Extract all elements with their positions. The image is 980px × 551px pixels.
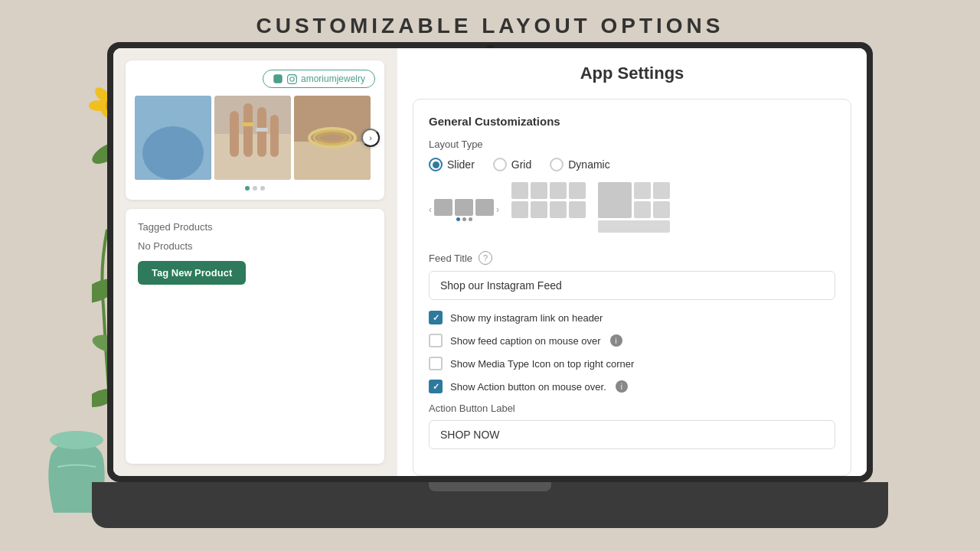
grid-cell-7 [550, 201, 567, 218]
feed-title-input[interactable] [429, 271, 835, 300]
dyn-sm-1 [634, 182, 651, 199]
grid-cell-6 [531, 201, 547, 218]
instagram-icon [287, 74, 297, 84]
dyn-wide [598, 220, 670, 233]
slider-left-arrow: ‹ [429, 204, 432, 215]
svg-rect-36 [256, 128, 268, 132]
checkbox-instagram-link-label: Show my instagram link on header [450, 312, 603, 324]
ig-handle-badge[interactable]: amoriumjewelry [263, 70, 375, 88]
page-title: CUSTOMIZABLE LAYOUT OPTIONS [256, 14, 724, 38]
dyn-sm-4 [653, 201, 670, 218]
settings-title: App Settings [413, 64, 851, 83]
grid-cell-1 [511, 182, 528, 199]
slider-dots [434, 217, 494, 221]
checkbox-caption-box[interactable] [429, 334, 443, 347]
laptop-screen: amoriumjewelry [107, 42, 873, 482]
svg-point-28 [135, 132, 211, 155]
checkbox-media-type-box[interactable] [429, 357, 443, 370]
radio-label-grid: Grid [511, 158, 531, 171]
checkbox-action-btn: Show Action button on mouse over. i [429, 380, 835, 393]
ig-photo-1 [135, 96, 211, 180]
grid-cell-8 [569, 201, 586, 218]
slider-preview: ‹ [429, 182, 499, 237]
laptop-base [92, 482, 888, 528]
ig-handle-text: amoriumjewelry [301, 73, 365, 84]
ig-dot-2 [253, 186, 257, 191]
radio-grid[interactable]: Grid [493, 158, 531, 171]
checkbox-media-type-label: Show Media Type Icon on top right corner [450, 358, 634, 370]
feed-title-help-icon[interactable]: ? [479, 251, 492, 265]
radio-dynamic[interactable]: Dynamic [550, 158, 609, 171]
svg-rect-33 [257, 107, 266, 157]
svg-rect-35 [242, 122, 254, 126]
no-products-label: No Products [138, 240, 372, 252]
dyn-sm-2 [653, 182, 670, 199]
slider-right-arrow: › [496, 204, 499, 215]
svg-rect-31 [230, 111, 239, 157]
dynamic-preview [598, 182, 670, 237]
checkbox-action-btn-box[interactable] [429, 380, 443, 393]
radio-label-slider: Slider [447, 158, 475, 171]
action-btn-label: Action Button Label [429, 403, 515, 414]
svg-rect-26 [135, 142, 211, 180]
svg-rect-32 [243, 103, 253, 157]
laptop-frame: amoriumjewelry [107, 42, 873, 528]
svg-rect-25 [135, 96, 211, 180]
action-btn-label-row: Action Button Label [429, 403, 835, 414]
action-btn-info-icon[interactable]: i [616, 380, 628, 393]
caption-info-icon[interactable]: i [610, 334, 622, 347]
ig-header: amoriumjewelry [135, 70, 375, 88]
settings-card: General Customizations Layout Type Slide… [413, 99, 851, 476]
feed-title-label: Feed Title [429, 253, 472, 264]
svg-rect-34 [270, 115, 279, 157]
radio-label-dynamic: Dynamic [568, 158, 609, 171]
screen-content: amoriumjewelry [113, 48, 867, 476]
radio-circle-dynamic [550, 158, 564, 171]
section-heading: General Customizations [429, 115, 835, 128]
ig-dot-3 [260, 186, 265, 191]
screen-inner: amoriumjewelry [113, 48, 867, 476]
action-button-input[interactable] [429, 420, 835, 449]
radio-circle-grid [493, 158, 507, 171]
thumb-cell-3 [475, 199, 494, 216]
thumb-cell-1 [434, 199, 452, 216]
grid-preview [511, 182, 586, 237]
ig-carousel-dots [135, 186, 375, 191]
layout-previews: ‹ [429, 182, 835, 237]
ig-dot-1 [245, 186, 250, 191]
ig-photos-container: › [135, 96, 375, 180]
checkbox-action-btn-label: Show Action button on mouse over. [450, 381, 606, 393]
instagram-preview: amoriumjewelry [126, 60, 384, 200]
next-photo-button[interactable]: › [361, 129, 380, 147]
grid-cell-5 [511, 201, 528, 218]
ig-photo-2 [214, 96, 291, 180]
tagged-products-panel: Tagged Products No Products Tag New Prod… [126, 209, 384, 464]
checkbox-instagram-link-box[interactable] [429, 311, 443, 324]
slider-dot-active [456, 217, 460, 221]
checkbox-media-type: Show Media Type Icon on top right corner [429, 357, 835, 370]
tagged-products-title: Tagged Products [138, 221, 372, 233]
left-panel: amoriumjewelry [113, 48, 397, 476]
checkbox-instagram-link: Show my instagram link on header [429, 311, 835, 324]
slider-thumb-container [434, 199, 494, 221]
thumb-cell-2 [455, 199, 473, 216]
grid-cell-2 [531, 182, 547, 199]
checkbox-caption: Show feed caption on mouse over i [429, 334, 835, 347]
slider-dot-3 [469, 217, 472, 221]
grid-cell-3 [550, 182, 567, 199]
layout-type-label: Layout Type [429, 139, 835, 150]
slider-dot-2 [462, 217, 466, 221]
dyn-sm-3 [634, 201, 651, 218]
layout-radio-group: Slider Grid Dynamic [429, 158, 835, 171]
slider-thumb-row [434, 199, 494, 216]
radio-circle-slider [429, 158, 443, 171]
right-panel: App Settings General Customizations Layo… [397, 48, 867, 476]
feed-title-row: Feed Title ? [429, 251, 835, 265]
radio-slider[interactable]: Slider [429, 158, 475, 171]
checkbox-caption-label: Show feed caption on mouse over [450, 335, 601, 347]
svg-rect-27 [135, 96, 211, 142]
ig-photo-3 [294, 96, 371, 180]
dyn-big-cell [598, 182, 632, 218]
grid-cell-4 [569, 182, 586, 199]
tag-new-product-button[interactable]: Tag New Product [138, 261, 246, 285]
